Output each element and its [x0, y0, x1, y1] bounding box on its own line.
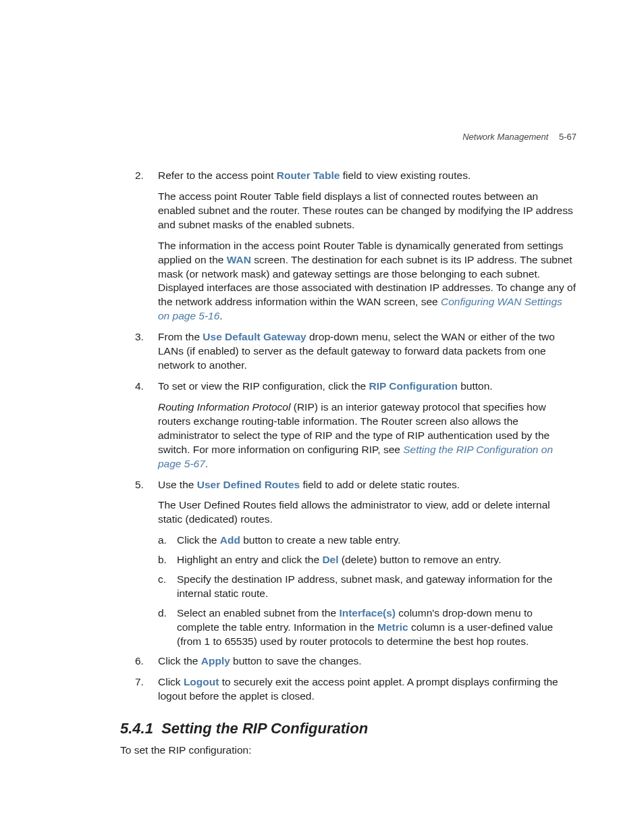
- sub-list-item: c.Specify the destination IP address, su…: [158, 573, 576, 601]
- page-header: Network Management 5-67: [462, 132, 576, 142]
- text-run: field to view existing routes.: [340, 170, 471, 181]
- list-item: 2.Refer to the access point Router Table…: [120, 169, 576, 323]
- ui-term: Router Table: [277, 170, 340, 181]
- text-run: button to save the changes.: [230, 655, 362, 667]
- text-run: Click the: [177, 534, 220, 546]
- ui-term: Del: [322, 554, 338, 565]
- text-run: Specify the destination IP address, subn…: [177, 573, 552, 599]
- text-run: From the: [158, 331, 203, 342]
- list-number: 4.: [135, 380, 144, 394]
- list-item: 5.Use the User Defined Routes field to a…: [120, 478, 576, 649]
- text-run: .: [205, 458, 208, 469]
- paragraph: Use the User Defined Routes field to add…: [158, 478, 576, 492]
- chapter-name: Network Management: [462, 132, 548, 142]
- text-run: To set or view the RIP configuration, cl…: [158, 380, 369, 392]
- section-heading: 5.4.1 Setting the RIP Configuration: [120, 719, 576, 739]
- content-area: 2.Refer to the access point Router Table…: [120, 169, 576, 758]
- list-item: 7.Click Logout to securely exit the acce…: [120, 675, 576, 704]
- section-number: 5.4.1: [120, 720, 153, 737]
- paragraph: Routing Information Protocol (RIP) is an…: [158, 400, 576, 471]
- text-run: Select an enabled subnet from the: [177, 607, 339, 619]
- ui-term: User Defined Routes: [197, 479, 300, 490]
- paragraph: To set or view the RIP configuration, cl…: [158, 380, 576, 394]
- ui-term: Metric: [377, 621, 408, 633]
- ui-term: Interface(s): [339, 607, 396, 619]
- ui-term: Apply: [201, 655, 230, 667]
- text-run: The access point Router Table field disp…: [158, 190, 573, 230]
- list-number: 3.: [135, 330, 144, 344]
- paragraph: From the Use Default Gateway drop-down m…: [158, 330, 576, 373]
- text-run: field to add or delete static routes.: [300, 479, 460, 490]
- sub-list: a.Click the Add button to create a new t…: [158, 533, 576, 648]
- list-number: 6.: [135, 654, 144, 669]
- sub-list-item: b.Highlight an entry and click the Del (…: [158, 553, 576, 567]
- sub-list-letter: a.: [158, 533, 167, 548]
- paragraph: Refer to the access point Router Table f…: [158, 169, 576, 183]
- paragraph: The access point Router Table field disp…: [158, 190, 576, 232]
- text-run: Highlight an entry and click the: [177, 554, 322, 565]
- list-item: 3.From the Use Default Gateway drop-down…: [120, 330, 576, 373]
- text-run: Click: [158, 676, 184, 687]
- paragraph: Click Logout to securely exit the access…: [158, 675, 576, 704]
- text-run: The User Defined Routes field allows the…: [158, 499, 550, 525]
- numbered-list: 2.Refer to the access point Router Table…: [120, 169, 576, 704]
- ui-term: Add: [220, 534, 240, 546]
- text-run: (delete) button to remove an entry.: [339, 554, 502, 565]
- sub-list-item: a.Click the Add button to create a new t…: [158, 533, 576, 548]
- page-body: 2.Refer to the access point Router Table…: [0, 0, 644, 758]
- text-run: Refer to the access point: [158, 170, 277, 181]
- paragraph: Click the Apply button to save the chang…: [158, 654, 576, 669]
- text-run: button to create a new table entry.: [240, 534, 401, 546]
- sub-list-item: d.Select an enabled subnet from the Inte…: [158, 606, 576, 649]
- text-run: Click the: [158, 655, 201, 667]
- ui-term: RIP Configuration: [369, 380, 457, 392]
- list-number: 2.: [135, 169, 144, 183]
- list-item: 6.Click the Apply button to save the cha…: [120, 654, 576, 669]
- list-number: 7.: [135, 675, 144, 689]
- section-intro: To set the RIP configuration:: [120, 744, 576, 758]
- italic-term: Routing Information Protocol: [158, 401, 290, 413]
- text-run: button.: [458, 380, 493, 392]
- text-run: Use the: [158, 479, 197, 490]
- sub-list-letter: c.: [158, 573, 166, 587]
- paragraph: The User Defined Routes field allows the…: [158, 498, 576, 527]
- paragraph: The information in the access point Rout…: [158, 239, 576, 324]
- sub-list-letter: b.: [158, 553, 167, 567]
- sub-list-letter: d.: [158, 606, 167, 621]
- page-number: 5-67: [559, 132, 576, 142]
- text-run: .: [219, 310, 222, 321]
- section-title: Setting the RIP Configuration: [161, 720, 368, 737]
- list-number: 5.: [135, 478, 144, 492]
- list-item: 4.To set or view the RIP configuration, …: [120, 380, 576, 471]
- ui-term: Logout: [184, 676, 219, 687]
- ui-term: Use Default Gateway: [203, 331, 306, 342]
- ui-term: WAN: [227, 254, 251, 265]
